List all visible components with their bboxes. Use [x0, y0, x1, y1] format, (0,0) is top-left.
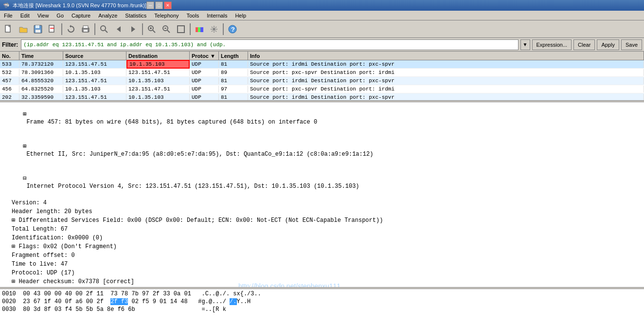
detail-frame[interactable]: ⊞ Frame 457: 81 bytes on wire (648 bits)…: [0, 102, 644, 134]
packet-dst: 10.1.35.103: [126, 94, 190, 100]
col-header-len: Length: [219, 52, 248, 60]
filter-dropdown-button[interactable]: ▼: [520, 39, 530, 50]
next-button[interactable]: [126, 22, 140, 36]
packet-time: 78.3732120: [19, 61, 63, 68]
menu-file[interactable]: File: [0, 11, 17, 20]
expand-icon: ⊞: [12, 278, 15, 285]
toolbar-separator-1: [61, 23, 62, 35]
menu-go[interactable]: Go: [53, 11, 68, 20]
menu-view[interactable]: View: [34, 11, 53, 20]
expression-button[interactable]: Expression...: [532, 39, 572, 50]
detail-totallen: Total Length: 67: [0, 225, 644, 234]
packet-src: 123.151.47.51: [63, 94, 126, 100]
detail-protocol: Protocol: UDP (17): [0, 269, 644, 277]
detail-fragoffset: Fragment offset: 0: [0, 251, 644, 260]
svg-rect-5: [49, 25, 54, 32]
svg-rect-10: [84, 30, 88, 32]
zoom-in-button[interactable]: [145, 22, 159, 36]
packet-time: 64.8555320: [19, 77, 63, 84]
menu-statistics[interactable]: Statistics: [121, 11, 150, 20]
svg-rect-3: [36, 25, 39, 28]
packet-row[interactable]: 202 32.3359590 123.151.47.51 10.1.35.103…: [0, 93, 644, 100]
zoom-out-button[interactable]: [160, 22, 173, 36]
expand-icon: ⊞: [12, 243, 15, 250]
filter-input[interactable]: [21, 39, 518, 50]
packet-no: 533: [0, 61, 19, 68]
svg-marker-14: [131, 26, 135, 32]
packet-dst: 10.1.35.103: [126, 60, 190, 69]
detail-flags[interactable]: ⊞ Flags: 0x02 (Don't Fragment): [0, 242, 644, 251]
hex-row: 0010 00 43 00 00 40 00 2f 11 73 78 7b 97…: [2, 290, 642, 298]
preferences-button[interactable]: [207, 22, 221, 36]
print-button[interactable]: [79, 22, 92, 36]
packet-dst: 123.151.47.51: [126, 86, 190, 92]
filter-label: Filter:: [2, 41, 18, 48]
packet-list-header: No. Time Source Destination Protoc ▼ Len…: [0, 52, 644, 60]
menu-internals[interactable]: Internals: [203, 11, 231, 20]
save-filter-button[interactable]: Save: [621, 39, 642, 50]
menu-bar: File Edit View Go Capture Analyze Statis…: [0, 11, 644, 20]
filter-bar: Filter: ▼ Expression... Clear Apply Save: [0, 38, 644, 52]
svg-line-12: [105, 30, 107, 33]
color-button[interactable]: [193, 22, 206, 36]
prev-button[interactable]: [112, 22, 125, 36]
packet-len: 81: [219, 94, 248, 100]
col-header-time: Time: [19, 52, 63, 60]
menu-help[interactable]: Help: [231, 11, 250, 20]
save-button[interactable]: [31, 22, 45, 36]
packet-row[interactable]: 533 78.3732120 123.151.47.51 10.1.35.103…: [0, 60, 644, 69]
find-button[interactable]: [97, 22, 111, 36]
help-button[interactable]: ?: [226, 22, 239, 36]
detail-src-ip: Source: 123.151.47.51 (123.151.47.51): [0, 286, 644, 287]
menu-telephony[interactable]: Telephony: [150, 11, 182, 20]
hex-row: 0030 80 3d 8f 03 f4 5b 5b 5a 8e f6 6b =.…: [2, 306, 642, 313]
svg-point-26: [213, 28, 215, 31]
detail-ip[interactable]: ⊟ Internet Protocol Version 4, Src: 123.…: [0, 166, 644, 199]
packet-info: Source port: irdmi Destination port: pxc…: [248, 94, 644, 100]
packet-info: Source port: irdmi Destination port: pxc…: [248, 61, 644, 68]
packet-list: No. Time Source Destination Protoc ▼ Len…: [0, 52, 644, 100]
col-header-no: No.: [0, 52, 19, 60]
minimize-button[interactable]: ─: [146, 1, 154, 9]
detail-pane: http://blog.csdn.net/stephenxu111 ⊞ Fram…: [0, 102, 644, 287]
detail-ttl: Time to live: 47: [0, 260, 644, 269]
expand-icon: ⊞: [23, 143, 29, 150]
packet-row[interactable]: 456 64.8325520 10.1.35.103 123.151.47.51…: [0, 85, 644, 93]
svg-marker-7: [70, 25, 71, 28]
menu-analyze[interactable]: Analyze: [94, 11, 121, 20]
col-header-proto: Protoc ▼: [190, 52, 219, 60]
maximize-button[interactable]: □: [155, 1, 163, 9]
menu-capture[interactable]: Capture: [68, 11, 94, 20]
close-capture-button[interactable]: [46, 22, 59, 36]
detail-ethernet[interactable]: ⊞ Ethernet II, Src: JuniperN_e7:da:95 (a…: [0, 134, 644, 166]
svg-point-11: [101, 26, 106, 31]
packet-row[interactable]: 457 64.8555320 123.151.47.51 10.1.35.103…: [0, 77, 644, 85]
hex-row: 0020 23 67 1f 40 0f a6 00 2f 2f f3 02 f5…: [2, 298, 642, 306]
detail-checksum[interactable]: ⊞ Header checksum: 0x7378 [correct]: [0, 277, 644, 286]
toolbar-separator-4: [190, 23, 191, 35]
menu-tools[interactable]: Tools: [183, 11, 203, 20]
toolbar-separator-5: [223, 23, 224, 35]
normal-size-button[interactable]: [174, 22, 188, 36]
detail-dsfield[interactable]: ⊞ Differentiated Services Field: 0x00 (D…: [0, 216, 644, 225]
close-button[interactable]: ✕: [164, 1, 172, 9]
packet-no: 202: [0, 94, 19, 100]
packet-dst: 10.1.35.103: [126, 77, 190, 84]
open-button[interactable]: [17, 22, 30, 36]
packet-no: 532: [0, 69, 19, 76]
detail-ip-text: Internet Protocol Version 4, Src: 123.15…: [23, 183, 359, 190]
packet-info: Source port: pxc-spvr Destination port: …: [248, 86, 644, 92]
packet-row[interactable]: 532 78.3091360 10.1.35.103 123.151.47.51…: [0, 69, 644, 77]
title-text: 本地连接 [Wireshark 1.9.0 (SVN Rev 47770 fro…: [13, 2, 146, 9]
svg-marker-13: [117, 26, 121, 32]
reload-button[interactable]: [64, 22, 78, 36]
toolbar: ?: [0, 20, 644, 38]
new-capture-button[interactable]: [2, 22, 16, 36]
clear-button[interactable]: Clear: [573, 39, 595, 50]
main-container: No. Time Source Destination Protoc ▼ Len…: [0, 52, 644, 326]
expand-icon: ⊞: [23, 110, 29, 118]
packet-no: 457: [0, 77, 19, 84]
svg-line-21: [167, 30, 170, 33]
menu-edit[interactable]: Edit: [17, 11, 34, 20]
apply-button[interactable]: Apply: [597, 39, 619, 50]
